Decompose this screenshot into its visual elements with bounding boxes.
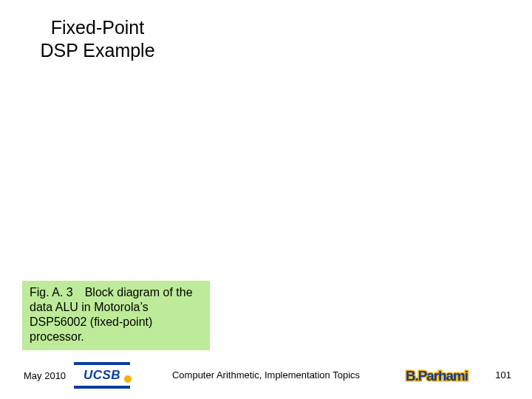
author-name: B.Parhami bbox=[406, 369, 468, 384]
footer-page-number: 101 bbox=[495, 369, 511, 381]
slide-title: Fixed-Point DSP Example bbox=[24, 16, 171, 63]
figure-caption: Fig. A. 3 Block diagram of the data ALU … bbox=[22, 281, 210, 350]
title-line-1: Fixed-Point bbox=[51, 17, 144, 38]
footer: May 2010 UCSB Computer Arithmetic, Imple… bbox=[0, 359, 532, 389]
slide: Fixed-Point DSP Example Fig. A. 3 Block … bbox=[0, 0, 532, 399]
footer-author: B.Parhami B.Parhami bbox=[396, 365, 477, 387]
title-line-2: DSP Example bbox=[40, 40, 154, 61]
